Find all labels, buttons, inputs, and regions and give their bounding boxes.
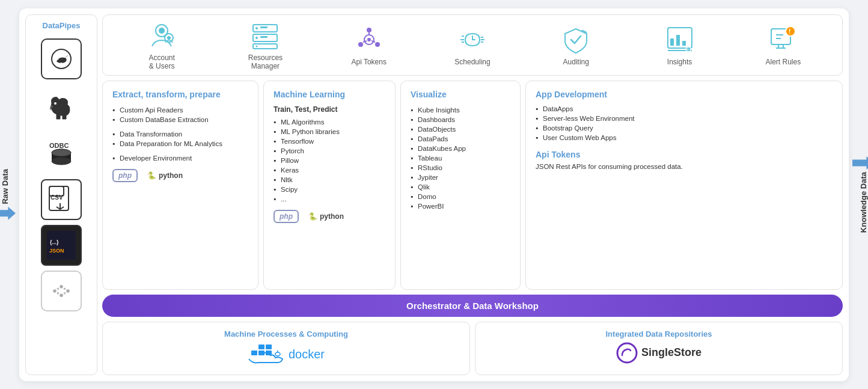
nav-item-auditing[interactable]: Auditing: [552, 24, 600, 66]
nav-label-insights: Insights: [667, 58, 692, 66]
svg-point-25: [159, 28, 165, 34]
docker-text-label: docker: [289, 348, 325, 361]
svg-point-20: [57, 292, 60, 294]
csv-icon: CSV: [47, 185, 76, 214]
svg-point-24: [167, 36, 171, 40]
svg-point-29: [255, 37, 258, 39]
svg-point-2: [54, 102, 57, 105]
vis-item-11: PowerBI: [411, 201, 510, 211]
top-nav: Account& Users: [102, 14, 843, 76]
ml-item-9: ...: [274, 194, 385, 204]
nav-item-insights[interactable]: + Insights: [656, 24, 704, 66]
extract-panel-list-3: Developer Environment: [112, 153, 248, 163]
knowledge-data-arrow: [852, 156, 868, 170]
vis-item-10: Domo: [411, 192, 510, 201]
nav-label-account-users: Account& Users: [148, 54, 174, 71]
auditing-svg: [560, 24, 591, 55]
svg-text:ODBC: ODBC: [49, 142, 69, 149]
extract-panel-title: Extract, transform, prepare: [112, 90, 248, 99]
svg-point-35: [367, 28, 371, 32]
svg-point-17: [60, 293, 63, 297]
bottom-section: Machine Processes & Computing: [102, 322, 843, 375]
svg-rect-41: [670, 38, 674, 46]
appdev-item-2: Server-less Web Environment: [536, 114, 833, 123]
vis-item-9: Qlik: [411, 182, 510, 192]
page-wrapper: Raw Data DataPipes: [0, 8, 868, 381]
right-content: Account& Users: [102, 14, 843, 375]
svg-point-56: [275, 352, 280, 356]
ml-panel: Machine Learning Train, Test, Predict ML…: [263, 81, 396, 289]
nav-item-scheduling[interactable]: Scheduling: [448, 24, 497, 66]
python-icon: 🐍: [147, 171, 156, 180]
json-icon-box: {...} JSON: [41, 225, 82, 266]
svg-rect-52: [258, 351, 264, 355]
svg-text:!: !: [789, 28, 790, 35]
svg-point-7: [52, 149, 71, 156]
extract-panel-list-2: Data Transformation Data Preparation for…: [112, 129, 248, 149]
appdev-panel: App Development DataApps Server-less Web…: [525, 81, 843, 289]
database-icon: ODBC: [47, 139, 76, 168]
svg-rect-30: [260, 26, 267, 28]
raw-data-label: Raw Data: [1, 169, 10, 204]
svg-rect-55: [266, 345, 272, 349]
ml-item-6: Keras: [274, 165, 385, 175]
svg-rect-42: [676, 35, 680, 46]
svg-point-16: [66, 289, 70, 293]
ml-item-8: Scipy: [274, 185, 385, 194]
nav-label-alert-rules: Alert Rules: [765, 58, 801, 66]
ml-item-4: Pytorch: [274, 146, 385, 156]
ml-panel-list: ML Algorithms ML Python libraries Tensor…: [274, 117, 385, 204]
dots-icon: [48, 278, 75, 304]
dolphin-icon-box: [41, 38, 82, 79]
nav-item-account-users[interactable]: Account& Users: [138, 20, 186, 71]
csv-icon-box: CSV: [41, 179, 82, 220]
ml-item-3: Tensorflow: [274, 136, 385, 146]
api-tokens-icon: [353, 24, 385, 55]
scheduling-svg: [457, 24, 488, 55]
nav-item-resources-manager[interactable]: ResourcesManager: [241, 20, 289, 71]
extract-panel: Extract, transform, prepare Custom Api R…: [102, 81, 258, 289]
alert-rules-svg: !: [768, 24, 799, 55]
elephant-icon: [46, 93, 77, 124]
vis-item-8: Jypiter: [411, 173, 510, 182]
ml-php-badge: php: [274, 210, 299, 223]
knowledge-data-label: Knowledge Data: [859, 172, 868, 233]
scheduling-icon: [457, 24, 488, 55]
svg-point-6: [52, 158, 71, 165]
resources-manager-icon: [249, 20, 281, 51]
nav-label-resources-manager: ResourcesManager: [248, 54, 283, 71]
machine-processes-title: Machine Processes & Computing: [224, 329, 348, 338]
singlestore-text: SingleStore: [641, 346, 701, 359]
extract-logos: php 🐍 python: [112, 169, 248, 182]
svg-text:JSON: JSON: [49, 248, 64, 254]
svg-point-33: [256, 45, 258, 47]
api-tokens-svg: [353, 24, 385, 55]
vis-item-6: Tableau: [411, 153, 510, 163]
extract-python-badge: 🐍 python: [147, 171, 183, 180]
nav-item-api-tokens[interactable]: Api Tokens: [345, 24, 393, 66]
svg-point-15: [60, 284, 63, 288]
visualize-panel-title: Visualize: [411, 90, 510, 99]
ml-logos: php 🐍 python: [274, 210, 385, 223]
nav-item-alert-rules[interactable]: ! Alert Rules: [759, 24, 807, 66]
vis-item-3: DataObjects: [411, 124, 510, 134]
main-container: DataPipes OD: [19, 8, 849, 381]
svg-point-19: [64, 287, 66, 290]
visualize-panel-list: Kube Insights Dashboards DataObjects Dat…: [411, 105, 510, 211]
ml-item-7: Nltk: [274, 175, 385, 185]
appdev-title-2: Api Tokens: [536, 150, 833, 159]
docker-logo: docker: [248, 342, 325, 367]
svg-point-28: [255, 27, 258, 29]
singlestore-logo: SingleStore: [616, 342, 701, 364]
ml-python-badge: 🐍 python: [308, 212, 344, 221]
database-icon-box: ODBC: [41, 133, 82, 174]
extract-item-2: Custom DataBase Extraction: [112, 115, 248, 124]
integrated-repos-panel: Integrated Data Repositories SingleStore: [475, 322, 843, 375]
svg-point-14: [53, 289, 57, 293]
knowledge-data-section: Knowledge Data: [852, 156, 868, 233]
vis-item-7: RStudio: [411, 163, 510, 173]
svg-rect-31: [260, 36, 267, 38]
svg-rect-51: [251, 351, 257, 355]
orchestrator-bar: Orchestrator & Data Workshop: [102, 295, 843, 317]
appdev-list-1: DataApps Server-less Web Environment Boo…: [536, 104, 833, 142]
